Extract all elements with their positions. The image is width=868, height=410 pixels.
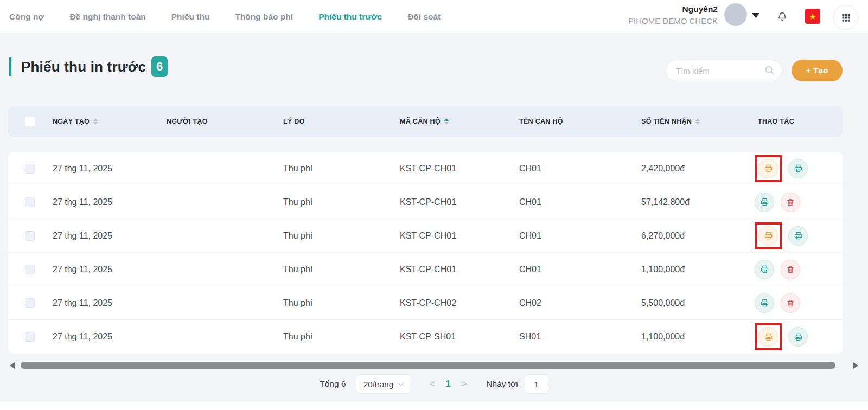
row-checkbox[interactable] <box>25 231 35 241</box>
scroll-left-arrow-icon[interactable] <box>10 362 15 369</box>
vietnam-flag-icon[interactable]: ★ <box>805 9 820 24</box>
column-label: NGÀY TẠO <box>53 118 90 125</box>
print-alt-button[interactable] <box>788 159 808 178</box>
cell-amount: 1,100,000đ <box>633 265 749 274</box>
next-page-button[interactable]: > <box>458 379 470 389</box>
avatar[interactable] <box>724 3 747 26</box>
scrollbar-thumb[interactable] <box>21 362 835 369</box>
column-header-so-tien-nhan[interactable]: SỐ TIỀN NHẬN <box>633 118 749 125</box>
user-organization: PIHOME DEMO CHECK <box>628 16 718 25</box>
cell-unit-code: KST-CP-CH02 <box>391 298 510 308</box>
current-page-number[interactable]: 1 <box>445 379 450 389</box>
user-name: Nguyên2 <box>628 4 718 14</box>
pagination: Tổng 6 20/trang < 1 > Nhảy tới <box>0 373 868 395</box>
search-icon[interactable] <box>764 65 775 78</box>
nav-item-thong-bao-phi[interactable]: Thông báo phí <box>235 12 293 22</box>
chevron-down-icon <box>398 380 404 386</box>
row-checkbox[interactable] <box>25 197 35 207</box>
column-header-ten-can-ho: TÊN CĂN HỘ <box>510 118 633 125</box>
jump-to-page-input[interactable] <box>525 374 548 394</box>
nav-item-de-nghi-thanh-toan[interactable]: Đề nghị thanh toán <box>69 12 145 22</box>
notification-bell-icon[interactable] <box>776 9 789 24</box>
row-checkbox[interactable] <box>25 298 35 308</box>
row-actions <box>749 155 843 182</box>
column-label: THAO TÁC <box>758 118 794 125</box>
print-button[interactable] <box>758 159 778 178</box>
print-button[interactable] <box>755 293 774 313</box>
table-row: 27 thg 11, 2025 Thu phí KST-CP-CH01 CH01… <box>8 219 843 253</box>
select-all-checkbox[interactable] <box>25 117 35 126</box>
cell-reason: Thu phí <box>275 332 391 342</box>
cell-reason: Thu phí <box>275 197 391 207</box>
table-body: 27 thg 11, 2025 Thu phí KST-CP-CH01 CH01… <box>8 152 843 354</box>
cell-unit-name: CH01 <box>510 197 633 207</box>
header-actions: + Tạo <box>666 60 843 81</box>
cell-unit-name: CH01 <box>510 164 633 174</box>
sort-icon[interactable] <box>695 118 700 125</box>
cell-unit-code: KST-CP-CH01 <box>391 231 510 241</box>
flag-star: ★ <box>809 12 816 21</box>
scroll-right-arrow-icon[interactable] <box>853 362 858 369</box>
cell-amount: 1,100,000đ <box>633 332 749 342</box>
table-row: 27 thg 11, 2025 Thu phí KST-CP-CH01 CH01… <box>8 152 843 185</box>
cell-unit-name: CH02 <box>510 298 633 308</box>
cell-unit-name: SH01 <box>510 332 633 342</box>
print-alt-button[interactable] <box>788 327 808 347</box>
row-actions <box>749 193 843 212</box>
cell-date: 27 thg 11, 2025 <box>44 197 158 207</box>
row-actions <box>749 323 843 350</box>
cell-amount: 57,142,800đ <box>633 197 749 207</box>
print-alt-button[interactable] <box>788 226 808 246</box>
apps-grid-icon[interactable] <box>833 5 858 30</box>
user-info: Nguyên2 PIHOME DEMO CHECK <box>628 3 718 25</box>
cell-unit-code: KST-CP-CH01 <box>391 265 510 274</box>
column-header-ngay-tao[interactable]: NGÀY TẠO <box>44 118 158 125</box>
cell-date: 27 thg 11, 2025 <box>44 164 158 174</box>
row-checkbox[interactable] <box>25 164 35 174</box>
cell-reason: Thu phí <box>275 298 391 308</box>
nav-item-phieu-thu[interactable]: Phiếu thu <box>171 12 210 22</box>
nav-item-doi-soat[interactable]: Đối soát <box>407 12 441 22</box>
page-size-select[interactable]: 20/trang <box>356 374 411 394</box>
cell-date: 27 thg 11, 2025 <box>44 298 158 308</box>
column-label: SỐ TIỀN NHẬN <box>641 118 692 125</box>
column-header-thao-tac: THAO TÁC <box>749 118 843 125</box>
column-label: LÝ DO <box>283 118 305 125</box>
cell-unit-name: CH01 <box>510 265 633 274</box>
nav-item-phieu-thu-truoc[interactable]: Phiếu thu trước <box>318 12 382 22</box>
nav-item-cong-no[interactable]: Công nợ <box>9 12 44 22</box>
page-header: Phiếu thu in trước 6 <box>9 56 168 77</box>
footer-strip <box>0 402 868 410</box>
print-button[interactable] <box>758 226 778 246</box>
cell-amount: 2,420,000đ <box>633 164 749 174</box>
cell-amount: 5,500,000đ <box>633 298 749 308</box>
cell-unit-code: KST-CP-CH01 <box>391 164 510 174</box>
delete-button[interactable] <box>781 293 800 313</box>
column-header-ma-can-ho[interactable]: MÃ CĂN HỘ <box>391 118 510 125</box>
delete-button[interactable] <box>781 260 800 279</box>
sort-icon[interactable] <box>93 118 98 125</box>
delete-button[interactable] <box>781 193 800 212</box>
table-row: 27 thg 11, 2025 Thu phí KST-CP-CH01 CH01… <box>8 253 843 286</box>
cell-amount: 6,270,000đ <box>633 231 749 241</box>
page-title: Phiếu thu in trước <box>21 59 146 75</box>
cell-unit-code: KST-CP-CH01 <box>391 197 510 207</box>
create-button[interactable]: + Tạo <box>792 60 843 81</box>
chevron-down-icon[interactable] <box>752 13 760 18</box>
cell-date: 27 thg 11, 2025 <box>44 231 158 241</box>
header-checkbox-cell <box>8 117 44 126</box>
app-window: Công nợ Đề nghị thanh toán Phiếu thu Thô… <box>0 0 868 410</box>
column-label: MÃ CĂN HỘ <box>400 118 441 125</box>
sort-icon-ascending[interactable] <box>444 118 449 125</box>
column-label: TÊN CĂN HỘ <box>519 118 563 125</box>
previous-page-button[interactable]: < <box>426 379 438 389</box>
cell-date: 27 thg 11, 2025 <box>44 332 158 342</box>
print-button[interactable] <box>758 327 778 347</box>
column-header-ly-do: LÝ DO <box>275 118 391 125</box>
print-button[interactable] <box>755 260 774 279</box>
nav-tabs: Công nợ Đề nghị thanh toán Phiếu thu Thô… <box>0 12 441 22</box>
print-button[interactable] <box>755 193 774 212</box>
row-checkbox[interactable] <box>25 332 35 342</box>
row-checkbox[interactable] <box>25 265 35 274</box>
jump-to-label: Nhảy tới <box>486 379 518 389</box>
